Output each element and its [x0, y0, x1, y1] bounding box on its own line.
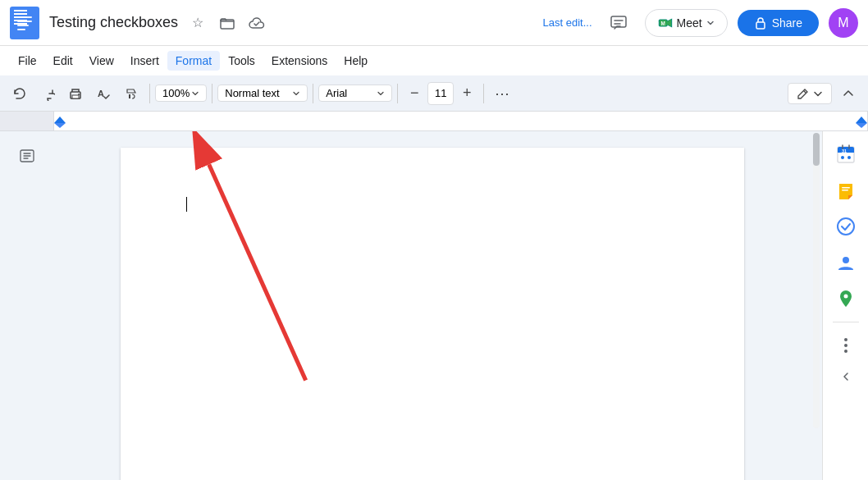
meet-label: Meet: [677, 16, 702, 30]
more-options-button[interactable]: ⋯: [489, 80, 515, 107]
menu-extensions[interactable]: Extensions: [263, 51, 336, 71]
more-apps-button[interactable]: [829, 329, 862, 362]
svg-rect-13: [756, 22, 765, 29]
toolbar-right: [788, 80, 861, 107]
share-label: Share: [772, 16, 802, 30]
cloud-icon[interactable]: [245, 11, 268, 34]
style-label: Normal text: [225, 87, 279, 99]
svg-text:A: A: [98, 89, 104, 98]
lock-icon: [754, 16, 767, 30]
svg-rect-35: [842, 190, 848, 191]
vertical-scrollbar[interactable]: [811, 131, 822, 480]
toolbar: A 100% Normal text Arial −: [0, 75, 868, 112]
svg-point-16: [78, 94, 80, 95]
menu-file[interactable]: File: [10, 51, 45, 71]
user-avatar[interactable]: M: [829, 8, 858, 38]
left-sidebar: [0, 131, 53, 480]
document-area: 31: [0, 131, 868, 480]
svg-rect-4: [17, 29, 25, 30]
google-contacts-button[interactable]: [829, 246, 862, 279]
svg-marker-21: [856, 117, 867, 123]
svg-rect-15: [72, 95, 79, 98]
folder-icon[interactable]: [216, 11, 239, 34]
svg-rect-3: [17, 25, 29, 26]
document-title[interactable]: Testing checkboxes: [49, 14, 178, 31]
sidebar-expand-button[interactable]: [829, 365, 862, 388]
ruler: [0, 112, 868, 131]
google-maps-button[interactable]: [829, 282, 862, 315]
spellcheck-button[interactable]: A: [90, 80, 116, 107]
font-family-selector[interactable]: Arial: [318, 85, 392, 102]
toolbar-collapse-button[interactable]: [835, 80, 861, 107]
outline-icon[interactable]: [12, 141, 42, 171]
toolbar-separator-5: [483, 84, 484, 103]
share-button[interactable]: Share: [738, 10, 819, 36]
google-calendar-button[interactable]: 31: [829, 138, 862, 171]
font-size-decrease-button[interactable]: −: [403, 82, 426, 105]
bookmark-icon[interactable]: ☆: [186, 11, 209, 34]
menu-insert[interactable]: Insert: [122, 51, 167, 71]
svg-point-38: [843, 295, 847, 299]
toolbar-separator-4: [397, 84, 398, 103]
menu-tools[interactable]: Tools: [220, 51, 263, 71]
print-button[interactable]: [62, 80, 89, 107]
document-scroll-area[interactable]: [53, 131, 811, 480]
svg-text:M: M: [660, 20, 665, 25]
document-page[interactable]: [121, 148, 744, 480]
meet-dropdown-icon: [706, 18, 715, 28]
google-tasks-button[interactable]: [829, 210, 862, 243]
font-size-input[interactable]: 11: [427, 82, 454, 105]
menu-format[interactable]: Format: [167, 51, 220, 71]
svg-point-29: [841, 156, 844, 159]
right-sidebar: 31: [822, 131, 868, 480]
svg-rect-34: [842, 187, 850, 189]
svg-rect-18: [129, 94, 130, 98]
title-bar: Testing checkboxes ☆ Last edit...: [0, 0, 868, 46]
font-size-increase-button[interactable]: +: [455, 82, 478, 105]
svg-point-30: [847, 156, 851, 159]
last-edit-label[interactable]: Last edit...: [543, 16, 592, 29]
svg-rect-1: [17, 16, 32, 18]
menu-bar: File Edit View Insert Format Tools Exten…: [0, 46, 868, 75]
undo-button[interactable]: [7, 80, 33, 107]
meet-icon: M: [657, 15, 674, 31]
svg-rect-2: [17, 21, 32, 22]
paint-format-button[interactable]: [118, 80, 144, 107]
toolbar-separator-2: [212, 84, 212, 103]
svg-rect-0: [13, 10, 36, 36]
menu-help[interactable]: Help: [336, 51, 376, 71]
svg-marker-19: [54, 117, 66, 123]
menu-view[interactable]: View: [81, 51, 122, 71]
toolbar-separator-1: [149, 84, 150, 103]
right-sidebar-separator: [833, 322, 859, 322]
font-label: Arial: [326, 87, 347, 99]
svg-marker-22: [856, 123, 867, 128]
comments-button[interactable]: [602, 7, 635, 39]
text-cursor: [186, 197, 188, 212]
ruler-main[interactable]: [53, 112, 868, 130]
paragraph-style-selector[interactable]: Normal text: [217, 85, 308, 102]
doc-app-icon[interactable]: [10, 7, 39, 39]
google-keep-button[interactable]: [829, 174, 862, 207]
font-size-controls: − 11 +: [403, 82, 478, 105]
title-right-group: Last edit... M Meet: [543, 7, 858, 39]
more-apps-icon: [844, 338, 847, 353]
svg-rect-6: [611, 16, 626, 27]
title-icon-group: ☆: [186, 11, 268, 34]
editing-mode-button[interactable]: [788, 83, 832, 104]
toolbar-separator-3: [313, 84, 313, 103]
ruler-left-handle[interactable]: [54, 113, 66, 131]
zoom-selector[interactable]: 100%: [155, 85, 207, 102]
svg-point-37: [843, 257, 849, 263]
svg-marker-20: [54, 123, 66, 128]
redo-button[interactable]: [34, 80, 61, 107]
meet-button[interactable]: M Meet: [645, 9, 728, 37]
svg-point-36: [838, 218, 854, 235]
scrollbar-thumb[interactable]: [813, 133, 820, 166]
menu-edit[interactable]: Edit: [45, 51, 81, 71]
ruler-right-handle[interactable]: [856, 113, 867, 131]
